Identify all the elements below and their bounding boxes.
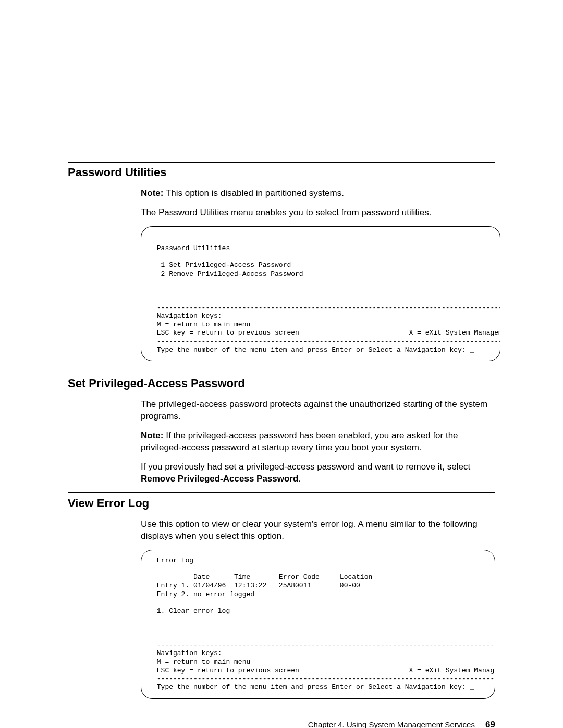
chapter-label: Chapter 4. Using System Management Servi…: [308, 720, 475, 728]
section-divider: [68, 162, 495, 163]
set-pw-paragraph-1: The privileged-access password protects …: [141, 399, 495, 423]
remove-pw-option-name: Remove Privileged-Access Password: [141, 474, 298, 484]
heading-view-error-log: View Error Log: [68, 497, 495, 510]
page-number: 69: [485, 720, 495, 728]
note-text: If the privileged-access password has be…: [141, 430, 458, 452]
note-label: Note:: [141, 188, 163, 198]
err-log-paragraph: Use this option to view or clear your sy…: [141, 519, 495, 542]
page-footer: Chapter 4. Using System Management Servi…: [68, 720, 495, 728]
note-paragraph: Note: This option is disabled in partiti…: [141, 188, 495, 200]
set-pw-paragraph-2: If you previously had set a privileged-a…: [141, 461, 495, 485]
intro-paragraph: The Password Utilities menu enables you …: [141, 207, 495, 219]
note-text: This option is disabled in partitioned s…: [163, 188, 344, 198]
text-part: If you previously had set a privileged-a…: [141, 462, 470, 472]
text-part: .: [298, 474, 301, 484]
terminal-error-log: Error Log Date Time Error Code Location …: [141, 550, 495, 699]
note-label: Note:: [141, 430, 163, 440]
heading-password-utilities: Password Utilities: [68, 166, 495, 179]
set-pw-note: Note: If the privileged-access password …: [141, 430, 495, 454]
heading-set-privileged-access: Set Privileged-Access Password: [68, 377, 495, 390]
terminal-password-utilities: Password Utilities 1 Set Privileged-Acce…: [141, 226, 500, 361]
section-divider: [68, 492, 495, 493]
